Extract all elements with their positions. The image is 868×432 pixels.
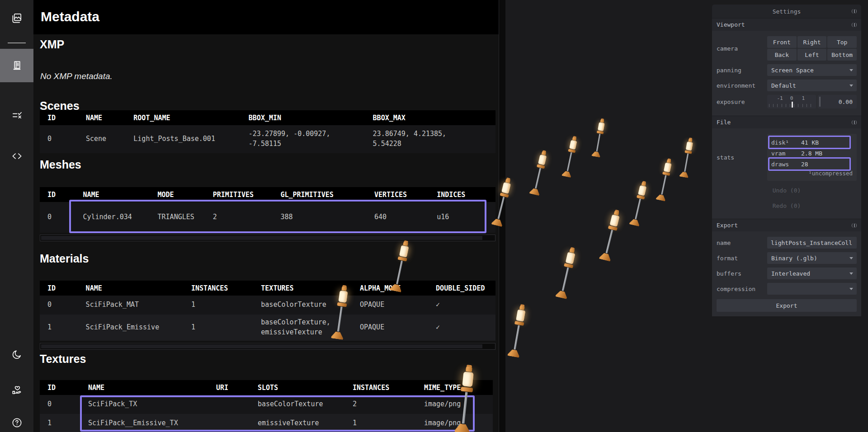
sidebar-item-validation[interactable] [0,99,33,132]
report-header: Metadata [33,0,505,34]
meshes-h-scrollbar[interactable] [40,235,495,241]
camera-bottom-button[interactable]: Bottom [827,49,857,61]
compression-label: compression [717,286,767,292]
code-icon [11,150,23,162]
cell: 2 [205,202,273,233]
cell: 1 [40,315,78,341]
column-header: URI [208,380,250,395]
compression-select[interactable] [767,283,857,295]
cell: Scene [78,125,126,153]
panning-select[interactable]: Screen Space [767,64,857,76]
sidebar-item-donate[interactable] [0,373,33,407]
sidebar-item-report[interactable] [0,49,33,82]
sidebar-divider [8,42,26,43]
redo-button[interactable]: Redo (0) [717,200,857,211]
folder-export[interactable]: Export [712,219,861,231]
buffers-label: buffers [717,270,767,277]
column-header: ID [40,380,80,395]
column-header: INSTANCES [345,380,416,395]
environment-select[interactable]: Default [767,80,857,91]
stats-row: stats disk¹ 41 KB vram 2.8 MB draws 28 ¹… [717,134,857,181]
report-icon [11,60,23,72]
column-header: BBOX_MAX [365,110,495,125]
exposure-row: exposure -1 0 1 0.00 [717,95,857,108]
stat-key: vram [771,150,801,157]
column-header: ROOT_NAME [126,110,241,125]
panning-row: panning Screen Space [717,64,857,76]
buffers-select[interactable]: Interleaved [767,268,857,279]
name-input[interactable]: lightPosts_InstanceColl [767,237,857,249]
exposure-value: 0.00 [839,99,853,105]
column-header: TEXTURES [253,281,352,296]
camera-back-button[interactable]: Back [767,49,797,61]
sidebar-item-theme[interactable] [0,338,33,371]
table-row: 0SciFiPack_MAT1baseColorTextureOPAQUE✓ [40,296,495,315]
format-select[interactable]: Binary (.glb) [767,252,857,264]
cell: 0 [40,296,78,315]
gallery-icon [11,12,23,24]
chevron-down-icon [849,69,853,71]
column-header: ALPHA_MODE [352,281,428,296]
panning-value: Screen Space [771,67,814,74]
section-heading-textures: Textures [40,352,86,366]
cell: baseColorTexture [253,296,352,315]
export-button[interactable]: Export [717,299,857,312]
undo-button[interactable]: Undo (0) [717,184,857,196]
folder-viewport[interactable]: Viewport [712,18,861,31]
folder-export-label: Export [717,222,738,229]
sidebar-item-gallery[interactable] [0,1,33,35]
settings-panel: Settings Viewport camera Front Right Top… [712,5,861,316]
settings-title: Settings [773,8,801,15]
column-header: VERTICES [367,187,429,202]
panning-label: panning [717,67,767,74]
camera-top-button[interactable]: Top [827,36,857,48]
camera-buttons: Front Right Top Back Left Bottom [767,36,857,61]
fold-icon[interactable] [852,120,857,125]
textures-table-wrap: IDNAMEURISLOTSINSTANCESMIME_TYPE0SciFiPa… [40,380,495,432]
stat-value: 2.8 MB [801,150,822,157]
stat-vram: vram 2.8 MB [771,148,853,158]
exposure-value-field[interactable]: 0.00 [818,95,857,108]
column-header: ID [40,187,75,202]
cell: 1 [40,414,80,432]
cell: TRIANGLES [150,202,205,233]
cell: -23.27899, -0.00927, -7.58115 [241,125,365,153]
fold-icon[interactable] [852,23,857,27]
buffers-value: Interleaved [771,270,810,277]
page-title: Metadata [33,0,505,24]
exposure-slider[interactable]: -1 0 1 [767,95,816,108]
camera-right-button[interactable]: Right [797,36,827,48]
cell: 388 [273,202,367,233]
cell: Light_Posts_Base.001 [126,125,241,153]
column-header: BBOX_MIN [241,110,365,125]
stat-key: draws [771,161,801,168]
cell: OPAQUE [352,296,428,315]
fold-icon[interactable] [852,223,857,228]
column-header: NAME [80,380,208,395]
folder-file[interactable]: File [712,116,861,128]
table-row: 0Cylinder.034TRIANGLES2388640u16 [40,202,495,233]
fold-icon[interactable] [852,9,857,14]
name-label: name [717,239,767,246]
app-window: Metadata XMP No XMP metadata. Scenes IDN… [0,0,868,432]
table-header-row: IDNAMEMODEPRIMITIVESGL_PRIMITIVESVERTICE… [40,187,495,202]
chevron-down-icon [849,272,853,275]
cell: u16 [429,202,495,233]
report-v-scrollbar[interactable] [499,0,505,432]
materials-h-scrollbar[interactable] [40,343,495,350]
folder-viewport-label: Viewport [717,21,745,28]
camera-front-button[interactable]: Front [767,36,797,48]
column-header: NAME [78,281,184,296]
table-header-row: IDNAMEINSTANCESTEXTURESALPHA_MODEDOUBLE_… [40,281,495,296]
export-body: name lightPosts_InstanceColl format Bina… [712,231,861,316]
settings-title-bar[interactable]: Settings [712,5,861,18]
column-header: ID [40,281,78,296]
table-header-row: IDNAMEURISLOTSINSTANCESMIME_TYPE [40,380,493,395]
sidebar-item-help[interactable] [0,406,33,432]
table-row: 1SciFiPack__Emissive_TXemissiveTexture1i… [40,414,493,432]
exposure-caret[interactable] [792,102,793,108]
sidebar-item-code[interactable] [0,139,33,173]
question-icon [11,417,23,429]
cell: image/png [416,395,493,414]
camera-left-button[interactable]: Left [797,49,827,61]
